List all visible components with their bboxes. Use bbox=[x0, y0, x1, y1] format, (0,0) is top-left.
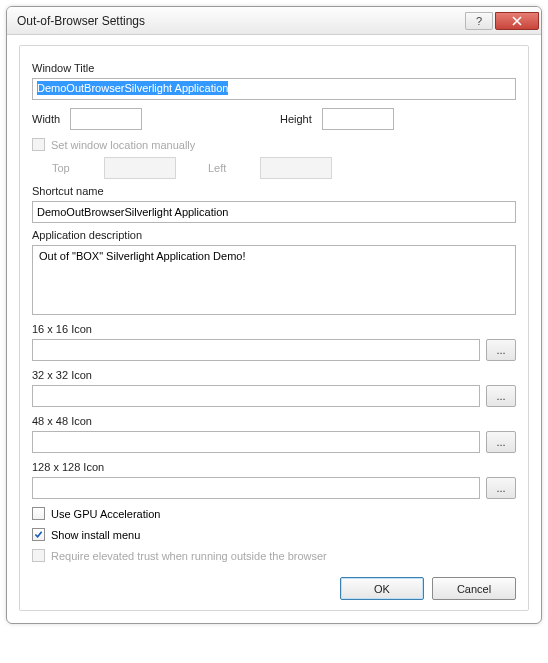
help-button[interactable]: ? bbox=[465, 12, 493, 30]
checkbox-icon bbox=[32, 528, 45, 541]
help-icon: ? bbox=[476, 15, 482, 27]
settings-group: Window Title DemoOutBrowserSilverlight A… bbox=[19, 45, 529, 611]
set-location-label: Set window location manually bbox=[51, 139, 195, 151]
set-location-checkbox[interactable]: Set window location manually bbox=[32, 138, 516, 151]
install-label: Show install menu bbox=[51, 529, 140, 541]
icon128-input[interactable] bbox=[32, 477, 480, 499]
checkbox-icon bbox=[32, 507, 45, 520]
width-input[interactable] bbox=[70, 108, 142, 130]
titlebar-title: Out-of-Browser Settings bbox=[17, 14, 463, 28]
height-label: Height bbox=[280, 113, 312, 125]
icon16-label: 16 x 16 Icon bbox=[32, 323, 516, 335]
shortcut-label: Shortcut name bbox=[32, 185, 516, 197]
icon128-browse-button[interactable]: ... bbox=[486, 477, 516, 499]
dialog-body: Window Title DemoOutBrowserSilverlight A… bbox=[7, 35, 541, 623]
height-input[interactable] bbox=[322, 108, 394, 130]
close-button[interactable] bbox=[495, 12, 539, 30]
top-input bbox=[104, 157, 176, 179]
icon16-input[interactable] bbox=[32, 339, 480, 361]
titlebar: Out-of-Browser Settings ? bbox=[7, 7, 541, 35]
appdesc-label: Application description bbox=[32, 229, 516, 241]
cancel-button[interactable]: Cancel bbox=[432, 577, 516, 600]
install-checkbox[interactable]: Show install menu bbox=[32, 528, 516, 541]
elevated-label: Require elevated trust when running outs… bbox=[51, 550, 327, 562]
left-input bbox=[260, 157, 332, 179]
close-icon bbox=[512, 16, 522, 26]
width-label: Width bbox=[32, 113, 60, 125]
icon16-browse-button[interactable]: ... bbox=[486, 339, 516, 361]
icon32-input[interactable] bbox=[32, 385, 480, 407]
top-label: Top bbox=[52, 162, 92, 174]
window-title-label: Window Title bbox=[32, 62, 516, 74]
left-label: Left bbox=[208, 162, 248, 174]
shortcut-input[interactable] bbox=[32, 201, 516, 223]
icon128-label: 128 x 128 Icon bbox=[32, 461, 516, 473]
gpu-label: Use GPU Acceleration bbox=[51, 508, 160, 520]
appdesc-input[interactable]: Out of "BOX" Silverlight Application Dem… bbox=[32, 245, 516, 315]
elevated-checkbox[interactable]: Require elevated trust when running outs… bbox=[32, 549, 516, 562]
window-title-input[interactable]: DemoOutBrowserSilverlight Application bbox=[32, 78, 516, 100]
checkbox-icon bbox=[32, 549, 45, 562]
gpu-checkbox[interactable]: Use GPU Acceleration bbox=[32, 507, 516, 520]
ok-button[interactable]: OK bbox=[340, 577, 424, 600]
icon48-label: 48 x 48 Icon bbox=[32, 415, 516, 427]
checkbox-icon bbox=[32, 138, 45, 151]
icon32-label: 32 x 32 Icon bbox=[32, 369, 516, 381]
dialog-window: Out-of-Browser Settings ? Window Title D… bbox=[6, 6, 542, 624]
icon48-input[interactable] bbox=[32, 431, 480, 453]
icon32-browse-button[interactable]: ... bbox=[486, 385, 516, 407]
icon48-browse-button[interactable]: ... bbox=[486, 431, 516, 453]
checkmark-icon bbox=[34, 530, 43, 539]
